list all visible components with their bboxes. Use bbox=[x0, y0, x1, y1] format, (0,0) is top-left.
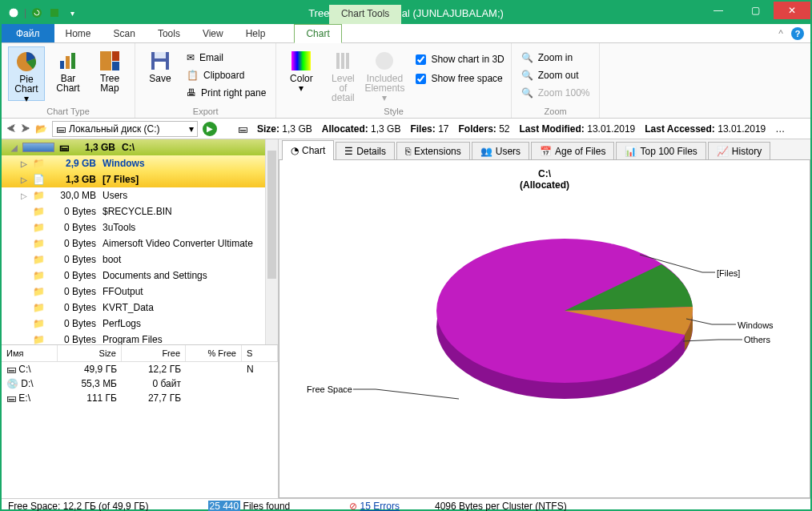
clipboard-icon: 📋 bbox=[187, 70, 199, 81]
status-cluster: 4096 Bytes per Cluster (NTFS) bbox=[435, 501, 567, 512]
save-icon bbox=[149, 50, 171, 72]
email-button[interactable]: ✉Email bbox=[183, 50, 269, 66]
tree-item[interactable]: 📁0 BytesAimersoft Video Converter Ultima… bbox=[2, 235, 278, 251]
bar-chart-button[interactable]: Bar Chart bbox=[50, 46, 86, 101]
minimize-button[interactable]: — bbox=[700, 2, 737, 19]
status-bar: Free Space: 12,2 ГБ (of 49,9 ГБ) 25 440 … bbox=[2, 498, 810, 511]
group-zoom: 🔍Zoom in 🔍Zoom out 🔍Zoom 100% Zoom bbox=[512, 43, 601, 118]
tree-item[interactable]: 📁0 Bytes3uTools bbox=[2, 219, 278, 235]
folder-icon: 📁 bbox=[32, 221, 45, 234]
drive-icon: 🖴 bbox=[6, 392, 16, 404]
drive-row[interactable]: 💿 D:\55,3 МБ0 байт bbox=[2, 376, 278, 391]
tree-item[interactable]: ▷📁2,9 GBWindows bbox=[2, 155, 278, 171]
color-button[interactable]: Color ▾ bbox=[283, 46, 320, 101]
group-chart-type: Pie Chart ▾ Bar Chart Tree Map Chart Typ… bbox=[2, 43, 135, 118]
folder-icon: 📁 bbox=[32, 301, 45, 314]
scan-icon[interactable] bbox=[47, 6, 62, 20]
maximize-button[interactable]: ▢ bbox=[737, 2, 774, 19]
svg-rect-13 bbox=[291, 51, 311, 70]
tab-scan[interactable]: Scan bbox=[103, 24, 147, 42]
tree-item[interactable]: 📁0 BytesProgram Files bbox=[2, 332, 278, 344]
email-icon: ✉ bbox=[187, 52, 195, 63]
chart-pane: C:\(Allocated) [Files] Windows Others Fr… bbox=[279, 160, 810, 498]
vtab-users[interactable]: 👥Users bbox=[472, 142, 529, 159]
up-icon[interactable]: 📂 bbox=[35, 123, 47, 135]
print-button[interactable]: 🖶Print right pane bbox=[183, 85, 269, 101]
status-errors[interactable]: 15 Errors bbox=[360, 501, 400, 512]
qat-chevron[interactable]: ▾ bbox=[65, 6, 79, 20]
tab-home[interactable]: Home bbox=[54, 24, 103, 42]
show-3d-checkbox[interactable]: Show chart in 3D bbox=[416, 51, 504, 67]
zoom-100-icon: 🔍 bbox=[521, 87, 533, 99]
disk-icon: 🖴 bbox=[238, 123, 247, 135]
view-tabs: ◔Chart ☰Details ⎘Extensions 👥Users 📅Age … bbox=[279, 139, 810, 160]
group-style: Color ▾ Level of detail Included Element… bbox=[276, 43, 511, 118]
left-pane: ◢ 🖴 1,3 GBC:\ ▷📁2,9 GBWindows▷📄1,3 GB[7 … bbox=[2, 139, 279, 498]
tab-chart[interactable]: Chart bbox=[294, 24, 341, 43]
pie-chart-icon bbox=[15, 50, 38, 73]
level-detail-icon bbox=[332, 50, 354, 72]
clipboard-button[interactable]: 📋Clipboard bbox=[183, 67, 269, 83]
show-free-checkbox[interactable]: Show free space bbox=[416, 70, 504, 87]
zoom-out-button[interactable]: 🔍Zoom out bbox=[518, 67, 593, 83]
folder-icon: 📁 bbox=[32, 189, 45, 202]
collapse-ribbon-icon[interactable]: ^ bbox=[778, 28, 783, 39]
tree-item[interactable]: 📁0 BytesFFOutput bbox=[2, 284, 278, 300]
drive-row[interactable]: 🖴 E:\111 ГБ27,7 ГБ bbox=[2, 391, 278, 405]
tree-view[interactable]: ◢ 🖴 1,3 GBC:\ ▷📁2,9 GBWindows▷📄1,3 GB[7 … bbox=[2, 139, 278, 344]
drives-header[interactable]: Имя Size Free % Free S bbox=[2, 344, 278, 362]
tree-item[interactable]: 📁0 BytesKVRT_Data bbox=[2, 300, 278, 316]
details-icon: ☰ bbox=[344, 146, 353, 157]
tree-item[interactable]: 📁0 BytesPerfLogs bbox=[2, 316, 278, 332]
folder-icon: 📁 bbox=[32, 285, 45, 298]
tab-tools[interactable]: Tools bbox=[147, 24, 191, 42]
tab-help[interactable]: Help bbox=[235, 24, 277, 42]
vtab-chart[interactable]: ◔Chart bbox=[282, 140, 334, 160]
drive-selector[interactable]: 🖴 Локальный диск (C:) ▾ bbox=[52, 121, 198, 137]
svg-point-17 bbox=[376, 52, 393, 70]
close-button[interactable]: ✕ bbox=[774, 2, 810, 19]
color-icon bbox=[290, 50, 312, 72]
window-title: TreeSize Professional (JUNLAJUBALAM;) bbox=[2, 7, 810, 19]
fwd-button[interactable]: ⮞ bbox=[21, 123, 30, 135]
app-icon bbox=[6, 6, 21, 20]
status-free: Free Space: 12,2 ГБ (of 49,9 ГБ) bbox=[8, 501, 149, 512]
tree-map-button[interactable]: Tree Map bbox=[91, 46, 128, 101]
svg-point-1 bbox=[32, 8, 42, 18]
tree-item[interactable]: ▷📁30,0 MBUsers bbox=[2, 187, 278, 203]
pie-chart-button[interactable]: Pie Chart ▾ bbox=[8, 46, 45, 101]
drive-icon: 🖴 bbox=[56, 123, 66, 135]
folder-icon: 📁 bbox=[32, 333, 45, 344]
drive-row[interactable]: 🖴 C:\49,9 ГБ12,2 ГБN bbox=[2, 362, 278, 376]
vtab-ext[interactable]: ⎘Extensions bbox=[396, 142, 470, 159]
svg-rect-14 bbox=[336, 53, 340, 69]
users-icon: 👥 bbox=[480, 146, 492, 157]
refresh-icon[interactable] bbox=[30, 6, 44, 20]
tab-view[interactable]: View bbox=[191, 24, 235, 42]
tree-item[interactable]: 📁0 BytesDocuments and Settings bbox=[2, 268, 278, 284]
vtab-age[interactable]: 📅Age of Files bbox=[531, 142, 614, 159]
svg-rect-4 bbox=[60, 61, 64, 69]
zoom-in-button[interactable]: 🔍Zoom in bbox=[518, 50, 593, 66]
folder-icon: 📁 bbox=[32, 205, 45, 218]
save-button[interactable]: Save bbox=[142, 46, 179, 101]
svg-rect-15 bbox=[341, 53, 344, 69]
go-button[interactable]: ▶ bbox=[203, 122, 217, 136]
svg-rect-6 bbox=[71, 53, 75, 69]
ribbon-body: Pie Chart ▾ Bar Chart Tree Map Chart Typ… bbox=[2, 43, 810, 119]
tree-item[interactable]: ▷📄1,3 GB[7 Files] bbox=[2, 171, 278, 187]
tree-scrollbar-v[interactable] bbox=[265, 139, 278, 344]
top-icon: 📊 bbox=[625, 146, 637, 157]
status-found-n: 25 440 bbox=[208, 501, 241, 512]
vtab-details[interactable]: ☰Details bbox=[336, 142, 395, 159]
tab-file[interactable]: Файл bbox=[2, 24, 54, 42]
group-export: Save ✉Email 📋Clipboard 🖶Print right pane… bbox=[135, 43, 276, 118]
included-elements-button: Included Elements ▾ bbox=[366, 46, 403, 101]
tree-item[interactable]: 📁0 Bytesboot bbox=[2, 251, 278, 268]
back-button[interactable]: ⮜ bbox=[6, 123, 16, 135]
help-icon[interactable]: ? bbox=[791, 27, 804, 40]
vtab-top[interactable]: 📊Top 100 Files bbox=[616, 142, 705, 159]
tree-item[interactable]: 📁0 Bytes$RECYCLE.BIN bbox=[2, 203, 278, 219]
tree-root[interactable]: ◢ 🖴 1,3 GBC:\ bbox=[2, 139, 278, 155]
vtab-hist[interactable]: 📈History bbox=[708, 142, 770, 159]
